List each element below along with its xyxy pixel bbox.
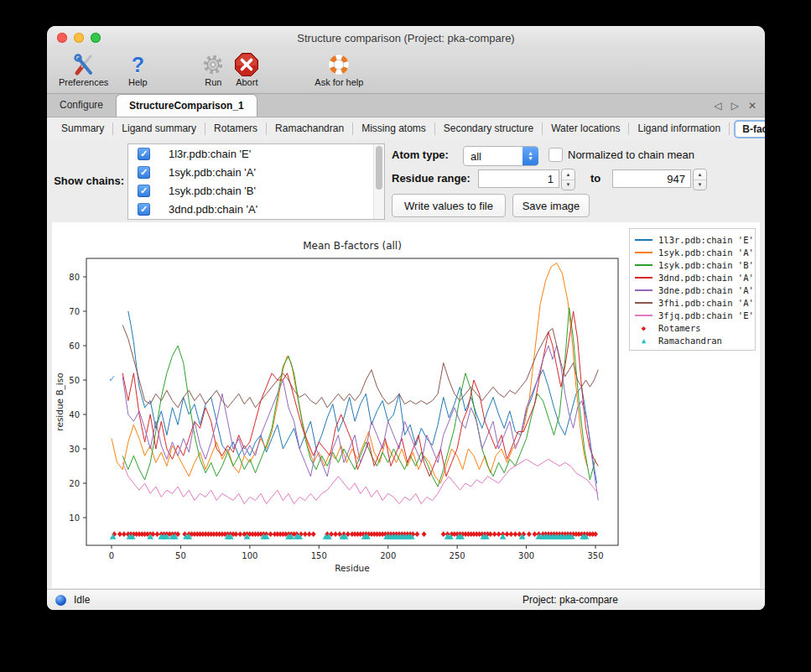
document-tab-bar: ConfigureStructureComparison_1◁▷✕ bbox=[47, 94, 765, 117]
atom-type-select[interactable]: all ▲▼ bbox=[463, 146, 538, 166]
toolbar-button-ask-for-help[interactable]: Ask for help bbox=[315, 52, 363, 87]
status-project: Project: pka-compare bbox=[522, 594, 618, 606]
minimize-window-button[interactable] bbox=[74, 33, 84, 43]
legend-item: 3dnd.pdb:chain 'A' bbox=[635, 271, 755, 284]
chain-list-item[interactable]: ✓1syk.pdb:chain 'A' bbox=[128, 163, 384, 181]
residue-to-stepper[interactable]: ▲▼ bbox=[693, 169, 707, 190]
x-tick-label: 0 bbox=[109, 551, 114, 560]
x-tick-label: 150 bbox=[311, 551, 327, 560]
toolbar-button-help[interactable]: ?Help bbox=[125, 52, 150, 87]
close-window-button[interactable] bbox=[57, 33, 67, 43]
traffic-lights bbox=[57, 33, 101, 43]
controls-panel: Show chains: ✓1l3r.pdb:chain 'E'✓1syk.pd… bbox=[47, 140, 765, 226]
chart-legend: 1l3r.pdb:chain 'E'1syk.pdb:chain 'A'1syk… bbox=[629, 228, 756, 351]
y-tick-label: 20 bbox=[69, 479, 80, 488]
residue-range-label: Residue range: bbox=[392, 172, 470, 185]
y-tick-label: 50 bbox=[69, 376, 80, 385]
chart-title: Mean B-factors (all) bbox=[303, 240, 402, 252]
zoom-window-button[interactable] bbox=[91, 33, 101, 43]
stray-check-marker: ✓ bbox=[108, 373, 116, 384]
legend-item: 1syk.pdb:chain 'A' bbox=[635, 246, 755, 258]
legend-item: 3fhi.pdb:chain 'A' bbox=[635, 296, 755, 309]
x-tick-label: 350 bbox=[587, 551, 603, 560]
x-tick-label: 300 bbox=[518, 551, 534, 560]
legend-line-swatch bbox=[635, 264, 652, 266]
tab-structurecomparison_1[interactable]: StructureComparison_1 bbox=[116, 94, 257, 117]
chain-checkbox[interactable]: ✓ bbox=[138, 166, 150, 179]
x-tick-label: 100 bbox=[242, 551, 257, 560]
tab-configure[interactable]: Configure bbox=[47, 94, 116, 117]
chain-checkbox[interactable]: ✓ bbox=[138, 148, 150, 160]
tab-rotamers[interactable]: Rotamers bbox=[205, 122, 267, 135]
chain-list-item[interactable]: ✓1l3r.pdb:chain 'E' bbox=[128, 144, 384, 163]
status-text: Idle bbox=[74, 594, 90, 606]
scrollbar[interactable] bbox=[373, 144, 384, 219]
legend-line-swatch bbox=[635, 239, 652, 241]
help-question-icon: ? bbox=[125, 52, 150, 77]
chain-checkbox[interactable]: ✓ bbox=[138, 203, 150, 216]
legend-item: 3fjq.pdb:chain 'E' bbox=[635, 309, 755, 321]
write-values-button[interactable]: Write values to file bbox=[392, 194, 506, 217]
tab-summary[interactable]: Summary bbox=[53, 122, 113, 135]
chain-label: 3dnd.pdb:chain 'A' bbox=[169, 203, 257, 216]
toolbar-button-label: Preferences bbox=[59, 77, 108, 87]
legend-item: 3dne.pdb:chain 'A' bbox=[635, 284, 755, 296]
y-tick-label: 30 bbox=[69, 445, 80, 454]
normalized-checkbox[interactable] bbox=[548, 148, 563, 162]
toolbar-button-run[interactable]: Run bbox=[200, 52, 226, 87]
legend-label: 1syk.pdb:chain 'A' bbox=[658, 247, 754, 258]
result-tab-bar: SummaryLigand summaryRotamersRamachandra… bbox=[47, 117, 765, 140]
tab-forward-icon[interactable]: ▷ bbox=[731, 100, 739, 112]
x-tick-label: 200 bbox=[380, 551, 396, 560]
chain-checkbox[interactable]: ✓ bbox=[138, 185, 150, 197]
show-chains-label: Show chains: bbox=[50, 175, 124, 187]
tab-b-factors[interactable]: B-factors bbox=[734, 120, 765, 138]
residue-from-input[interactable] bbox=[478, 169, 559, 188]
tab-missing-atoms[interactable]: Missing atoms bbox=[353, 122, 435, 135]
toolbar-button-label: Run bbox=[205, 77, 221, 87]
axis-box bbox=[86, 258, 618, 545]
save-image-button[interactable]: Save image bbox=[512, 194, 590, 217]
tab-back-icon[interactable]: ◁ bbox=[714, 100, 721, 112]
tab-water-locations[interactable]: Water locations bbox=[543, 122, 629, 135]
legend-label: Rotamers bbox=[658, 323, 701, 333]
toolbar-button-abort[interactable]: Abort bbox=[234, 52, 259, 87]
status-bar: Idle Project: pka-compare bbox=[47, 589, 765, 610]
tab-close-icon[interactable]: ✕ bbox=[748, 100, 756, 112]
chain-list: ✓1l3r.pdb:chain 'E'✓1syk.pdb:chain 'A'✓1… bbox=[127, 143, 385, 220]
y-axis-label: residue B_iso bbox=[55, 372, 65, 430]
residue-to-input[interactable] bbox=[612, 169, 691, 188]
abort-stop-icon bbox=[234, 52, 259, 77]
x-tick-label: 50 bbox=[175, 551, 186, 560]
atom-type-label: Atom type: bbox=[392, 148, 449, 161]
chain-list-item[interactable]: ✓1syk.pdb:chain 'B' bbox=[128, 181, 384, 200]
y-tick-label: 40 bbox=[69, 410, 80, 419]
tab-ligand-information[interactable]: Ligand information bbox=[629, 122, 730, 135]
y-tick-label: 80 bbox=[69, 273, 80, 282]
chain-list-item[interactable]: ✓3dnd.pdb:chain 'A' bbox=[128, 200, 384, 218]
legend-label: 3dnd.pdb:chain 'A' bbox=[658, 273, 754, 283]
tab-ramachandran[interactable]: Ramachandran bbox=[267, 122, 353, 135]
legend-diamond-swatch: ◆ bbox=[635, 324, 652, 332]
toolbar-button-label: Help bbox=[128, 77, 148, 87]
legend-item: ▲Ramachandran bbox=[635, 334, 755, 346]
legend-line-swatch bbox=[635, 302, 652, 304]
ask-for-help-lifering-icon bbox=[326, 52, 351, 77]
residue-from-stepper[interactable]: ▲▼ bbox=[561, 169, 575, 190]
scrollbar-thumb[interactable] bbox=[376, 146, 382, 190]
x-tick-label: 250 bbox=[450, 551, 465, 560]
toolbar-button-preferences[interactable]: Preferences bbox=[59, 52, 108, 87]
legend-label: 3fjq.pdb:chain 'E' bbox=[658, 310, 754, 320]
chain-label: 1l3r.pdb:chain 'E' bbox=[169, 148, 251, 160]
atom-type-value: all bbox=[464, 150, 522, 163]
normalized-label: Normalized to chain mean bbox=[568, 148, 694, 161]
tab-secondary-structure[interactable]: Secondary structure bbox=[435, 122, 543, 135]
tab-ligand-summary[interactable]: Ligand summary bbox=[113, 122, 205, 135]
legend-line-swatch bbox=[635, 277, 652, 279]
chain-label: 1syk.pdb:chain 'A' bbox=[169, 166, 256, 179]
legend-item: 1syk.pdb:chain 'B' bbox=[635, 258, 755, 271]
legend-item: 1l3r.pdb:chain 'E' bbox=[635, 233, 755, 246]
title-bar: Structure comparison (Project: pka-compa… bbox=[47, 26, 765, 49]
legend-line-swatch bbox=[635, 315, 652, 316]
toolbar-button-label: Abort bbox=[236, 77, 257, 87]
